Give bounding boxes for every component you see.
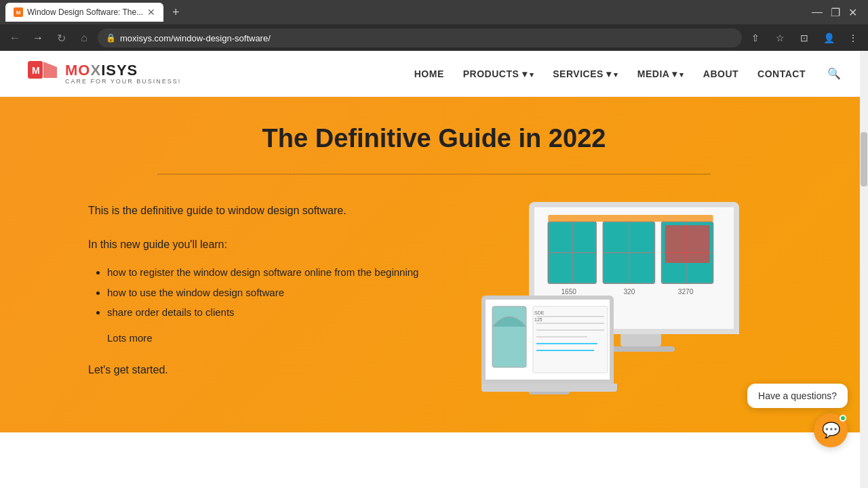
online-indicator <box>840 415 846 422</box>
logo-tagline: CARE FOR YOUR BUSINESS! <box>65 78 181 85</box>
hero-title: The Definitive Guide in 2022 <box>88 124 780 153</box>
bullet-item-3: share order details to clients <box>107 304 448 321</box>
new-tab-button[interactable]: + <box>166 3 185 22</box>
chat-button[interactable]: 💬 <box>814 413 848 432</box>
monitor-stand <box>620 334 661 346</box>
hero-intro-text: This is the definitive guide to window d… <box>88 202 448 220</box>
close-button[interactable]: ✕ <box>848 6 857 19</box>
active-tab[interactable]: M Window Design Software: The... ✕ <box>5 3 163 22</box>
search-icon[interactable]: 🔍 <box>827 67 841 80</box>
hero-divider <box>157 174 711 175</box>
nav-links: HOME PRODUCTS ▾ SERVICES ▾ MEDIA ▾ ABOUT… <box>414 67 841 80</box>
bullet-item-2: how to use the window design software <box>107 284 448 302</box>
site-navigation: M MOXISYS CARE FOR YOUR BUSINESS! HOME P… <box>0 51 868 97</box>
favicon: M <box>14 7 23 17</box>
hero-body: This is the definitive guide to window d… <box>88 202 780 392</box>
toolbar-right: ⇧ ☆ ⊡ 👤 ⋮ <box>746 28 863 47</box>
tab-bar: M Window Design Software: The... ✕ + — ❐… <box>0 0 868 24</box>
logo-brand-name: MOXISYS <box>65 63 181 78</box>
nav-services[interactable]: SERVICES ▾ <box>553 68 618 79</box>
hero-cta: Let's get started. <box>88 364 448 376</box>
laptop-screen: SDE 125 <box>481 296 614 384</box>
tab-close-button[interactable]: ✕ <box>147 7 155 18</box>
hero-illustration: 1650 320 3270 <box>475 202 766 392</box>
address-bar[interactable]: 🔒 moxisys.com/window-design-software/ <box>98 28 742 47</box>
back-button[interactable]: ← <box>5 28 24 47</box>
hero-bullet-list: how to register the window design softwa… <box>88 264 448 321</box>
chat-icon: 💬 <box>822 422 840 432</box>
hero-learn-label: In this new guide you'll learn: <box>88 236 448 253</box>
browser-toolbar: ← → ↻ ⌂ 🔒 moxisys.com/window-design-soft… <box>0 24 868 52</box>
svg-text:SDE: SDE <box>534 310 545 315</box>
tab-title: Window Design Software: The... <box>27 7 143 17</box>
browser-chrome: M Window Design Software: The... ✕ + — ❐… <box>0 0 868 51</box>
svg-text:125: 125 <box>534 317 542 322</box>
logo[interactable]: M MOXISYS CARE FOR YOUR BUSINESS! <box>27 60 181 87</box>
nav-products[interactable]: PRODUCTS ▾ <box>463 68 534 79</box>
svg-text:320: 320 <box>623 288 635 296</box>
logo-text: MOXISYS CARE FOR YOUR BUSINESS! <box>65 63 181 85</box>
account-icon[interactable]: 👤 <box>819 28 838 47</box>
logo-icon: M <box>27 60 60 87</box>
forward-button[interactable]: → <box>28 28 47 47</box>
bullet-item-1: how to register the window design softwa… <box>107 264 448 281</box>
laptop-screen-svg: SDE 125 <box>486 300 610 380</box>
nav-contact[interactable]: CONTACT <box>757 68 806 79</box>
website-content: M MOXISYS CARE FOR YOUR BUSINESS! HOME P… <box>0 51 868 432</box>
svg-rect-23 <box>492 306 526 367</box>
svg-marker-3 <box>43 62 57 78</box>
hero-text-column: This is the definitive guide to window d… <box>88 202 448 376</box>
window-controls: — ❐ ✕ <box>812 6 863 19</box>
bookmark-icon[interactable]: ☆ <box>770 28 789 47</box>
chat-widget: Have a questions? 💬 <box>747 384 848 432</box>
nav-home[interactable]: HOME <box>414 68 444 79</box>
nav-about[interactable]: ABOUT <box>703 68 738 79</box>
scrollbar[interactable] <box>860 51 868 432</box>
split-view-icon[interactable]: ⊡ <box>795 28 814 47</box>
laptop-base <box>481 384 617 392</box>
reload-button[interactable]: ↻ <box>52 28 71 47</box>
svg-text:M: M <box>32 65 40 76</box>
minimize-button[interactable]: — <box>812 6 823 18</box>
hero-section: The Definitive Guide in 2022 This is the… <box>0 97 868 432</box>
svg-text:1650: 1650 <box>561 288 576 296</box>
svg-rect-20 <box>665 225 710 263</box>
url-display: moxisys.com/window-design-software/ <box>120 33 734 43</box>
lock-icon: 🔒 <box>106 33 116 43</box>
svg-rect-21 <box>548 215 713 222</box>
hero-lots-more: Lots more <box>88 332 448 344</box>
svg-text:3270: 3270 <box>678 288 694 296</box>
laptop-illustration: SDE 125 <box>481 296 620 392</box>
menu-icon[interactable]: ⋮ <box>844 28 863 47</box>
restore-button[interactable]: ❐ <box>831 6 840 19</box>
home-button[interactable]: ⌂ <box>75 28 94 47</box>
share-icon[interactable]: ⇧ <box>746 28 765 47</box>
nav-media[interactable]: MEDIA ▾ <box>637 68 684 79</box>
chat-bubble: Have a questions? <box>747 384 848 408</box>
scrollbar-thumb[interactable] <box>861 132 867 186</box>
